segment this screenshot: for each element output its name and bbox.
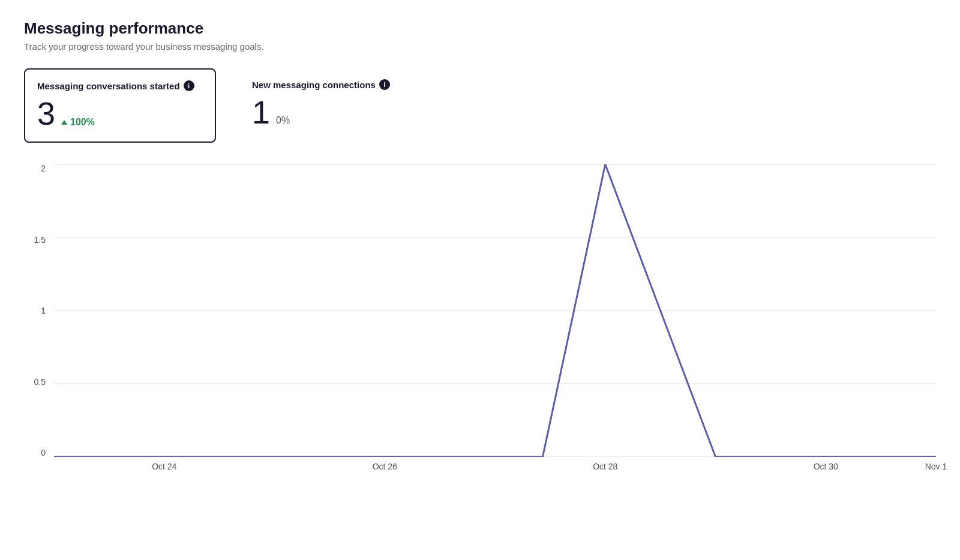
y-label-1: 1 xyxy=(41,306,46,315)
metric-card-connections: New messaging connections i 1 0% xyxy=(240,68,407,140)
metric-change-text-conversations: 100% xyxy=(70,117,95,128)
x-label-oct26: Oct 26 xyxy=(373,462,397,471)
y-label-0: 0 xyxy=(41,448,46,457)
x-label-oct24: Oct 24 xyxy=(152,462,176,471)
y-label-0-5: 0.5 xyxy=(34,378,46,386)
metric-change-text-connections: 0% xyxy=(276,115,290,126)
info-icon-connections[interactable]: i xyxy=(379,79,390,90)
chart-wrapper: 2 1.5 1 0.5 0 Oct 24 xyxy=(24,164,936,476)
y-label-2: 2 xyxy=(41,164,46,173)
page-subtitle: Track your progress toward your business… xyxy=(24,41,936,52)
y-axis: 2 1.5 1 0.5 0 xyxy=(24,164,54,476)
x-axis-labels: Oct 24 Oct 26 Oct 28 Oct 30 Nov 1 xyxy=(54,457,936,476)
metric-label-connections: New messaging connections i xyxy=(252,79,390,90)
y-label-1-5: 1.5 xyxy=(34,236,46,244)
info-icon-conversations[interactable]: i xyxy=(184,80,194,91)
x-label-oct28: Oct 28 xyxy=(593,462,617,471)
chart-area: Oct 24 Oct 26 Oct 28 Oct 30 Nov 1 xyxy=(54,164,936,476)
x-label-nov1: Nov 1 xyxy=(925,462,947,471)
arrow-up-icon xyxy=(61,120,67,125)
page-title: Messaging performance xyxy=(24,19,936,38)
x-label-oct30: Oct 30 xyxy=(814,462,838,471)
chart-container: 2 1.5 1 0.5 0 Oct 24 xyxy=(24,164,936,476)
metric-card-conversations: Messaging conversations started i 3 100% xyxy=(24,68,216,143)
metric-label-text-connections: New messaging connections xyxy=(252,80,376,90)
chart-svg xyxy=(54,164,936,457)
metric-change-conversations: 100% xyxy=(61,117,95,128)
metrics-row: Messaging conversations started i 3 100%… xyxy=(24,68,936,143)
metric-value-row-conversations: 3 100% xyxy=(37,97,198,130)
metric-value-row-connections: 1 0% xyxy=(252,96,390,128)
metric-label-text-conversations: Messaging conversations started xyxy=(37,81,180,91)
metric-label-conversations: Messaging conversations started i xyxy=(37,80,198,91)
metric-value-connections: 1 xyxy=(252,96,270,128)
metric-change-connections: 0% xyxy=(276,115,290,126)
metric-value-conversations: 3 xyxy=(37,97,55,130)
